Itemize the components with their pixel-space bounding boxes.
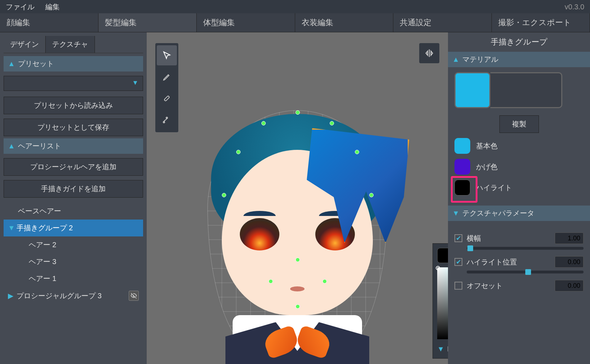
- right-panel: 手描きグループ ▲ マテリアル 複製 基本色 かげ色 ハイライト: [448, 32, 590, 364]
- tree-label: ヘアー 3: [29, 257, 56, 267]
- width-value[interactable]: [555, 232, 584, 244]
- width-checkbox[interactable]: ✔: [454, 234, 462, 242]
- triangle-up-icon: ▲: [452, 55, 459, 64]
- svg-rect-0: [164, 96, 170, 101]
- right-panel-title: 手描きグループ: [448, 32, 590, 52]
- add-procedural-button[interactable]: プロシージャルヘアを追加: [4, 158, 143, 176]
- tree-base-hair[interactable]: ベースヘアー: [4, 203, 143, 220]
- preset-header[interactable]: ▲ プリセット: [4, 56, 143, 72]
- menubar: ファイル 編集 v0.3.0: [0, 0, 590, 14]
- triangle-down-icon: ▼: [437, 345, 444, 353]
- preset-dropdown[interactable]: [4, 76, 143, 91]
- material-slot[interactable]: [454, 72, 584, 108]
- viewport-3d[interactable]: # ▼ RGBスライダー: [147, 32, 448, 364]
- tab-hair[interactable]: 髪型編集: [99, 13, 197, 32]
- version-label: v0.3.0: [565, 3, 584, 11]
- bandage-tool[interactable]: [157, 88, 177, 109]
- shade-color-row[interactable]: かげ色: [454, 159, 584, 175]
- color-picker-popup: # ▼ RGBスライダー: [433, 243, 448, 359]
- tab-common[interactable]: 共通設定: [393, 13, 492, 32]
- offset-value[interactable]: [555, 280, 584, 291]
- param-offset: オフセット: [454, 280, 584, 291]
- highlightpos-label: ハイライト位置: [467, 257, 555, 267]
- highlight-color-row[interactable]: ハイライト: [454, 180, 584, 195]
- triangle-down-icon: ▼: [452, 209, 459, 217]
- shade-color-swatch[interactable]: [454, 159, 470, 175]
- load-preset-button[interactable]: プリセットから読み込み: [4, 97, 143, 114]
- base-color-row[interactable]: 基本色: [454, 138, 584, 154]
- subtab-texture[interactable]: テクスチャ: [46, 36, 95, 53]
- tab-body[interactable]: 体型編集: [197, 13, 295, 32]
- material-empty-area: [490, 72, 562, 108]
- saturation-value-area[interactable]: [437, 267, 448, 339]
- sub-tab-bar: デザイン テクスチャ: [4, 36, 143, 53]
- offset-checkbox[interactable]: [454, 282, 462, 290]
- tool-toolbar: [155, 43, 178, 132]
- tree-hair-3[interactable]: ヘアー 3: [4, 253, 143, 270]
- tree-hair-2[interactable]: ヘアー 2: [4, 236, 143, 253]
- highlightpos-checkbox[interactable]: ✔: [454, 258, 462, 266]
- mirror-button[interactable]: [419, 43, 439, 63]
- avatar-preview: [197, 85, 398, 337]
- triangle-down-icon: ▼: [8, 224, 17, 232]
- material-header-label: マテリアル: [462, 55, 498, 64]
- width-slider[interactable]: [467, 247, 584, 250]
- rgb-slider-header[interactable]: ▼ RGBスライダー: [437, 344, 448, 354]
- curve-tool[interactable]: [157, 110, 177, 130]
- triangle-up-icon: ▲: [8, 60, 15, 68]
- preset-header-label: プリセット: [18, 59, 54, 69]
- add-guide-button[interactable]: 手描きガイドを追加: [4, 180, 143, 198]
- tree-label: ヘアー 2: [29, 240, 56, 250]
- tree-label: ベースヘアー: [18, 206, 61, 216]
- param-width: ✔ 横幅: [454, 232, 584, 250]
- highlightpos-value[interactable]: [555, 256, 584, 268]
- base-color-label: 基本色: [476, 141, 498, 151]
- tree-hair-1[interactable]: ヘアー 1: [4, 270, 143, 287]
- highlight-color-swatch[interactable]: [454, 180, 470, 195]
- tree-hand-group-2[interactable]: ▼ 手描きグループ 2: [4, 220, 143, 236]
- select-tool[interactable]: [157, 45, 177, 65]
- highlightpos-slider[interactable]: [467, 271, 584, 273]
- menu-edit[interactable]: 編集: [45, 2, 60, 12]
- tree-label: プロシージャルグループ 3: [17, 291, 102, 301]
- material-preview-swatch: [454, 72, 490, 108]
- tree-label: 手描きグループ 2: [17, 223, 73, 233]
- tab-export[interactable]: 撮影・エクスポート: [492, 13, 590, 32]
- subtab-design[interactable]: デザイン: [4, 36, 46, 53]
- tree-label: ヘアー 1: [29, 274, 56, 284]
- material-header[interactable]: ▲ マテリアル: [448, 52, 590, 67]
- width-label: 横幅: [467, 234, 555, 243]
- left-panel: デザイン テクスチャ ▲ プリセット プリセットから読み込み プリセットとして保…: [0, 32, 147, 364]
- save-preset-button[interactable]: プリセットとして保存: [4, 119, 143, 136]
- sv-cursor[interactable]: [436, 266, 440, 270]
- main-tab-bar: 顔編集 髪型編集 体型編集 衣装編集 共通設定 撮影・エクスポート: [0, 14, 590, 32]
- pencil-tool[interactable]: [157, 67, 177, 87]
- param-highlight-pos: ✔ ハイライト位置: [454, 256, 584, 273]
- texparam-header-label: テクスチャパラメータ: [462, 208, 534, 218]
- tree-procedural-group-3[interactable]: ▶ プロシージャルグループ 3: [4, 287, 143, 304]
- color-preview-swatch: [437, 248, 448, 263]
- triangle-up-icon: ▲: [8, 142, 15, 150]
- hair-tree: ベースヘアー ▼ 手描きグループ 2 ヘアー 2 ヘアー 3 ヘアー 1 ▶ プ…: [4, 203, 143, 304]
- visibility-off-icon[interactable]: [129, 291, 139, 301]
- hairlist-header[interactable]: ▲ ヘアーリスト: [4, 138, 143, 154]
- offset-label: オフセット: [467, 281, 555, 291]
- triangle-right-icon: ▶: [8, 291, 17, 300]
- tab-face[interactable]: 顔編集: [0, 13, 99, 32]
- duplicate-button[interactable]: 複製: [499, 115, 539, 133]
- rgb-header-label: RGBスライダー: [447, 344, 448, 354]
- hairlist-header-label: ヘアーリスト: [18, 141, 61, 151]
- shade-color-label: かげ色: [476, 162, 498, 172]
- base-color-swatch[interactable]: [454, 138, 470, 154]
- tab-cloth[interactable]: 衣装編集: [295, 13, 394, 32]
- highlight-color-label: ハイライト: [476, 183, 512, 193]
- texparam-header[interactable]: ▼ テクスチャパラメータ: [448, 206, 590, 221]
- menu-file[interactable]: ファイル: [6, 2, 35, 12]
